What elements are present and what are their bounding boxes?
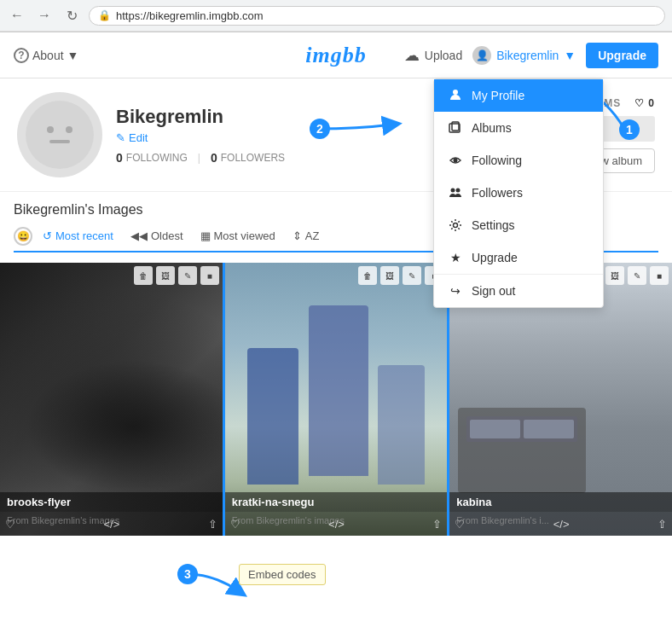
site-logo[interactable]: imgbb [305, 43, 366, 68]
user-label: Bikegremlin [496, 49, 559, 62]
saddle-embed-btn[interactable]: </> [103, 518, 119, 531]
followers-stat: 0 FOLLOWERS [211, 151, 285, 165]
upgrade-button[interactable]: Upgrade [586, 43, 658, 68]
more-saddle-btn[interactable]: ■ [200, 266, 219, 285]
address-bar[interactable]: 🔒 https://bikegremlin.imgbb.com [89, 6, 665, 26]
image-toolbar-saddle: 🗑 🖼 ✎ ■ [134, 266, 219, 285]
delete-saddle-btn[interactable]: 🗑 [134, 266, 153, 285]
az-label: AZ [305, 229, 320, 242]
profile-info: Bikegremlin ✎ Edit 0 FOLLOWING | 0 FOLLO… [116, 106, 488, 165]
people-embed-btn[interactable]: </> [328, 518, 345, 531]
train-bottom-bar: ♡ </> ⇧ [449, 512, 672, 536]
followers-count: 0 [211, 151, 217, 165]
likes-count: 0 [648, 97, 655, 109]
menu-item-albums-label: Albums [472, 121, 512, 135]
train-like-btn[interactable]: ♡ [455, 518, 465, 531]
browser-toolbar: ← → ↻ 🔒 https://bikegremlin.imgbb.com [0, 0, 672, 32]
menu-item-signout-label: Sign out [472, 284, 515, 298]
svg-rect-0 [453, 90, 458, 95]
smiley-filter-icon[interactable]: 😀 [14, 227, 32, 246]
oldest-label: Oldest [151, 229, 183, 242]
saddle-share-btn[interactable]: ⇧ [208, 518, 217, 531]
back-button[interactable]: ← [7, 5, 27, 26]
followers-label: FOLLOWERS [221, 152, 285, 164]
signout-icon: ↪ [448, 283, 463, 299]
menu-item-albums[interactable]: Albums [434, 112, 603, 144]
oldest-icon: ◀◀ [130, 229, 148, 242]
page-content: ? About ▼ imgbb ☁ Upload 👤 Bikegremlin ▼… [0, 32, 672, 621]
menu-item-my-profile-label: My Profile [472, 89, 524, 102]
edit-profile-link[interactable]: ✎ Edit [116, 131, 488, 144]
people-share-btn[interactable]: ⇧ [432, 518, 442, 531]
followers-icon [448, 185, 463, 200]
edit-people-btn[interactable]: ✎ [403, 266, 421, 285]
sort-oldest[interactable]: ◀◀ Oldest [124, 226, 190, 246]
upload-button[interactable]: ☁ Upload [404, 46, 462, 65]
image-card-saddle[interactable]: 🗑 🖼 ✎ ■ brooks-flyer From Bikegremlin's … [0, 263, 223, 536]
menu-item-upgrade[interactable]: ★ Upgrade [434, 241, 603, 274]
user-menu-button[interactable]: 👤 Bikegremlin ▼ [472, 46, 576, 65]
follow-stats: 0 FOLLOWING | 0 FOLLOWERS [116, 151, 488, 165]
saddle-like-btn[interactable]: ♡ [5, 518, 15, 531]
train-embed-btn[interactable]: </> [553, 518, 570, 531]
menu-item-upgrade-label: Upgrade [472, 251, 518, 264]
svg-text:2: 2 [316, 122, 323, 136]
recent-label: Most recent [55, 229, 113, 242]
sort-most-recent[interactable]: ↺ Most recent [36, 226, 120, 246]
az-icon: ⇕ [293, 229, 302, 242]
menu-item-followers[interactable]: Followers [434, 177, 603, 209]
browser-chrome: ← → ↻ 🔒 https://bikegremlin.imgbb.com [0, 0, 672, 32]
delete-people-btn[interactable]: 🗑 [358, 266, 377, 285]
menu-item-settings-label: Settings [472, 218, 515, 232]
upload-icon: ☁ [404, 46, 420, 65]
svg-point-4 [451, 189, 455, 193]
svg-text:3: 3 [184, 567, 191, 581]
edit-icon: ✎ [116, 131, 125, 144]
edit-saddle-btn[interactable]: ✎ [178, 266, 197, 285]
forward-button[interactable]: → [34, 5, 55, 26]
following-count: 0 [116, 151, 123, 165]
menu-item-following[interactable]: Following [434, 144, 603, 177]
embed-codes-tooltip: Embed codes [239, 564, 326, 585]
albums-icon [448, 120, 463, 136]
avatar [17, 92, 102, 177]
following-stat: 0 FOLLOWING [116, 151, 188, 165]
edit-train-btn[interactable]: ✎ [628, 266, 646, 285]
view-train-btn[interactable]: 🖼 [605, 266, 624, 285]
reload-button[interactable]: ↻ [61, 5, 82, 26]
view-people-btn[interactable]: 🖼 [380, 266, 399, 285]
svg-point-5 [456, 189, 461, 193]
avatar-eyes [47, 126, 72, 133]
menu-item-settings[interactable]: Settings [434, 209, 603, 241]
avatar-face [26, 101, 94, 169]
sort-az[interactable]: ⇕ AZ [286, 226, 327, 246]
sort-most-viewed[interactable]: ▦ Most viewed [194, 226, 282, 246]
user-chevron-icon: ▼ [564, 49, 576, 62]
view-saddle-btn[interactable]: 🖼 [156, 266, 175, 285]
recent-icon: ↺ [43, 229, 52, 242]
profile-username: Bikegremlin [116, 106, 488, 128]
about-button[interactable]: ? About ▼ [14, 48, 78, 63]
menu-item-following-label: Following [472, 154, 522, 167]
train-share-btn[interactable]: ⇧ [658, 518, 667, 531]
people-like-btn[interactable]: ♡ [230, 518, 240, 531]
more-train-btn[interactable]: ■ [650, 266, 669, 285]
menu-item-my-profile[interactable]: My Profile [434, 79, 603, 112]
arrow-2-annotation: 2 [307, 107, 409, 150]
user-dropdown-menu: My Profile Albums Following Followers Se… [433, 78, 604, 308]
viewed-label: Most viewed [214, 229, 275, 242]
svg-point-3 [454, 159, 458, 163]
train-label: kabina [449, 492, 672, 512]
avatar-mouth [49, 140, 70, 143]
image-card-people[interactable]: 🗑 🖼 ✎ ■ kratki-na-snegu From Bikegremlin… [223, 263, 450, 536]
menu-item-signout[interactable]: ↪ Sign out [434, 275, 603, 307]
stat-divider: | [198, 152, 200, 164]
url-text: https://bikegremlin.imgbb.com [116, 9, 264, 22]
profile-icon [448, 88, 463, 103]
svg-point-6 [454, 223, 458, 228]
site-header: ? About ▼ imgbb ☁ Upload 👤 Bikegremlin ▼… [0, 32, 672, 78]
following-label: FOLLOWING [126, 152, 188, 164]
avatar-eye-left [47, 126, 54, 133]
settings-icon [448, 218, 463, 233]
saddle-label: brooks-flyer [0, 492, 223, 512]
